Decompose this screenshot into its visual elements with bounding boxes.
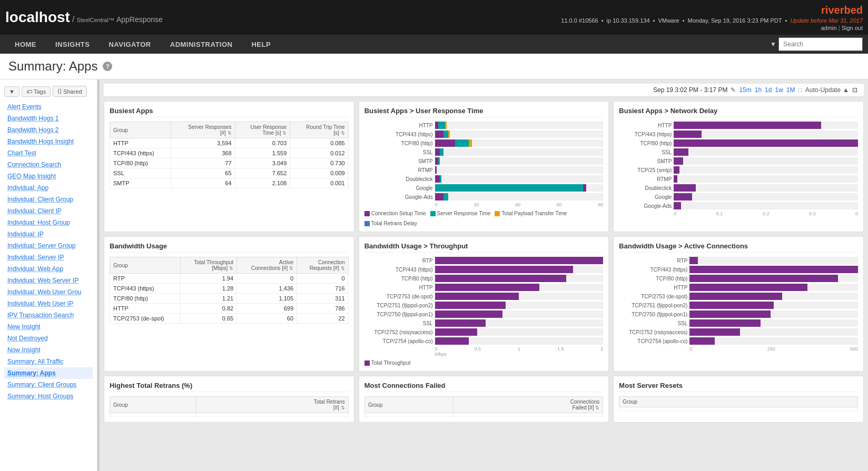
nav-help[interactable]: HELP xyxy=(242,35,280,54)
logo-localhost[interactable]: localhost xyxy=(5,9,70,26)
sidebar-item[interactable]: Now Insight xyxy=(4,344,93,356)
bar-label: SSL xyxy=(364,320,433,326)
mcf-col-failed: ConnectionsFailed [#] ⇅ xyxy=(453,397,603,413)
sidebar-item[interactable]: Summary: Apps xyxy=(4,367,93,379)
time-1h[interactable]: 1h xyxy=(755,86,762,94)
signout-link[interactable]: Sign out xyxy=(842,25,863,31)
sidebar-item[interactable]: Individual: Server IP xyxy=(4,252,93,263)
chart-axis: 00.511.52 xyxy=(364,346,604,352)
bar-fill xyxy=(435,293,519,300)
legend-cst: Connection Setup Time xyxy=(364,211,426,216)
sidebar-item[interactable]: Individual: Host Group xyxy=(4,217,93,228)
bar-container xyxy=(674,184,858,192)
bar-segment xyxy=(443,131,449,138)
time-1w[interactable]: 1w xyxy=(775,86,783,94)
bar-container xyxy=(435,293,604,300)
bar-segment xyxy=(448,131,450,138)
sidebar-item[interactable]: Individual: Web App xyxy=(4,263,93,275)
bandwidth-usage-title: Bandwidth Usage xyxy=(110,242,349,253)
nav-navigator[interactable]: NAVIGATOR xyxy=(99,35,160,54)
bar-label: HTTP xyxy=(364,123,433,128)
bar-container xyxy=(674,166,858,174)
export-icon[interactable]: ⊡ xyxy=(852,86,857,94)
highest-retrans-panel: Highest Total Retrans (%) Group Total Re… xyxy=(104,376,354,423)
tags-button[interactable]: 🏷 Tags xyxy=(22,86,51,97)
legend-cst-label: Connection Setup Time xyxy=(371,211,426,216)
bw-active-chart: RTPTCP/443 (https)TCP/80 (http)HTTPTCP/2… xyxy=(619,257,858,352)
bar-row: TCP/2751 (fjippol-pon2) xyxy=(364,302,604,309)
sidebar-item[interactable]: Summary: Client Groups xyxy=(4,379,93,390)
bandwidth-usage-table: Group Total Throughput[Mbps] ⇅ ActiveCon… xyxy=(110,257,349,324)
edit-time-icon[interactable]: ✎ xyxy=(731,86,736,94)
bar-fill xyxy=(435,328,477,336)
sidebar-item[interactable]: Individual: Web Server IP xyxy=(4,275,93,286)
nav-home[interactable]: HOME xyxy=(5,35,46,54)
dashboard-grid: Busiest Apps Group Server Responses[#] ⇅… xyxy=(104,101,864,423)
sidebar-item[interactable]: GEO Map Insight xyxy=(4,171,93,182)
bar-segment xyxy=(435,175,440,183)
bar-container xyxy=(674,148,858,156)
time-15m[interactable]: 15m xyxy=(739,86,751,94)
sidebar-item[interactable]: Individual: Web User Grou xyxy=(4,286,93,298)
sidebar-item[interactable]: Individual: Client Group xyxy=(4,194,93,205)
admin-label: admin xyxy=(821,25,837,31)
bar-row: RTMP xyxy=(619,175,858,183)
page-title: Summary: Apps xyxy=(8,59,97,74)
auto-update-label: Auto-Update xyxy=(805,86,841,94)
bar-row: HTTP xyxy=(364,122,604,129)
sidebar-item[interactable]: Individual: Client IP xyxy=(4,205,93,217)
sidebar-item[interactable]: Connection Search xyxy=(4,159,93,171)
table-row: RTP 1.94 0 0 xyxy=(110,274,349,284)
nav-administration[interactable]: ADMINISTRATION xyxy=(161,35,242,54)
bar-fill xyxy=(689,257,698,264)
cell-rtt: 0.012 xyxy=(290,148,348,158)
shared-button[interactable]: ⟨⟩ Shared xyxy=(53,86,86,97)
bar-row: SSL xyxy=(364,319,604,327)
sidebar-item[interactable]: Individual: Web User IP xyxy=(4,298,93,309)
auto-update-arrow[interactable]: ▲ xyxy=(843,86,849,94)
sidebar-item[interactable]: Chart Test xyxy=(4,147,93,159)
bar-container xyxy=(435,337,604,345)
sidebar-item[interactable]: Alert Events xyxy=(4,101,93,113)
top-header: localhost / SteelCentral™ AppResponse ri… xyxy=(0,0,868,35)
bar-fill xyxy=(674,131,701,138)
bar-container xyxy=(435,193,604,201)
table-row: TCP/443 (https) 368 1.559 0.012 xyxy=(110,148,349,158)
bar-container xyxy=(689,275,858,282)
bar-container xyxy=(689,310,858,318)
bar-row: TCP/2754 (apollo-co) xyxy=(619,337,858,345)
bar-fill xyxy=(674,122,821,129)
sidebar-item[interactable]: Bandwidth Hogs 2 xyxy=(4,124,93,136)
filter-button[interactable]: ▼ xyxy=(4,86,19,97)
bar-label: TCP/80 (http) xyxy=(619,141,672,146)
bw-col-active: ActiveConnections [#] ⇅ xyxy=(237,257,297,274)
sidebar-item[interactable]: Bandwidth Hogs Insight xyxy=(4,136,93,147)
sidebar-item[interactable]: Individual: App xyxy=(4,182,93,194)
bar-segment xyxy=(440,175,441,183)
sidebar-item[interactable]: Individual: Server Group xyxy=(4,240,93,252)
time-1M[interactable]: 1M xyxy=(786,86,795,94)
bar-container xyxy=(689,266,858,273)
busiest-apps-title: Busiest Apps xyxy=(110,107,349,117)
sidebar-item[interactable]: New Insight xyxy=(4,321,93,333)
time-1d[interactable]: 1d xyxy=(765,86,772,94)
search-input[interactable] xyxy=(778,37,863,51)
bar-label: HTTP xyxy=(619,285,687,290)
bar-segment xyxy=(435,131,443,138)
table-row: HTTP 3,594 0.703 0.085 xyxy=(110,138,349,148)
update-warning[interactable]: Update before Mar 31, 2017 xyxy=(790,17,863,24)
table-row: TCP/80 (http) 77 3.049 0.730 xyxy=(110,158,349,168)
chart-axis: 020406080 xyxy=(364,202,604,207)
sidebar-item[interactable]: IPV Transaction Search xyxy=(4,309,93,321)
search-dropdown-arrow[interactable]: ▼ xyxy=(768,41,778,48)
sidebar-item[interactable]: Summary: Host Groups xyxy=(4,390,93,402)
cell-rtt: 0.009 xyxy=(290,168,348,178)
nav-insights[interactable]: INSIGHTS xyxy=(46,35,99,54)
cell-requests: 311 xyxy=(297,294,349,304)
sidebar-item[interactable]: Summary: All Traffic xyxy=(4,356,93,367)
bandwidth-usage-panel: Bandwidth Usage Group Total Throughput[M… xyxy=(104,236,354,372)
sidebar-item[interactable]: Individual: IP xyxy=(4,228,93,240)
sidebar-item[interactable]: Bandwidth Hogs 1 xyxy=(4,113,93,124)
help-icon[interactable]: ? xyxy=(103,62,112,71)
sidebar-item[interactable]: Not Destroyed xyxy=(4,333,93,344)
